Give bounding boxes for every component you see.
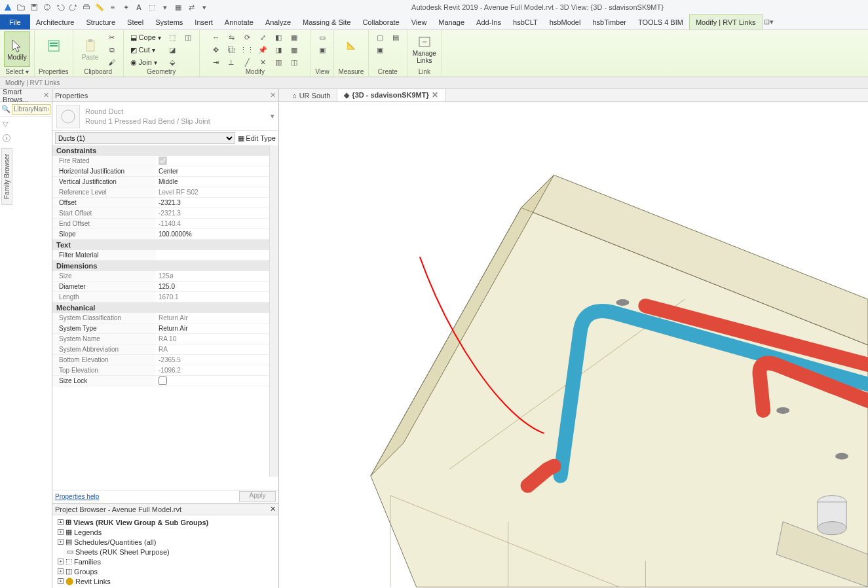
menu-tools4bim[interactable]: TOOLS 4 BIM xyxy=(632,14,689,29)
library-search-input[interactable] xyxy=(12,104,50,115)
menu-hsbtimber[interactable]: hsbTimber xyxy=(586,14,632,29)
cut-geom-button[interactable]: ◩Cut ▾ xyxy=(128,44,164,56)
geom-tool6-icon[interactable] xyxy=(181,56,195,68)
family-browser-tab[interactable]: Family Browser xyxy=(1,148,12,205)
cat-dimensions[interactable]: Dimensions⬨ xyxy=(52,261,278,271)
menu-collaborate[interactable]: Collaborate xyxy=(356,14,405,29)
menu-addins[interactable]: Add-Ins xyxy=(470,14,507,29)
render-icon[interactable]: ✦ xyxy=(121,2,131,12)
geom-tool1-icon[interactable]: ⬚ xyxy=(165,31,179,43)
prop-val[interactable]: 100.0000% xyxy=(156,229,278,239)
scrollbar[interactable] xyxy=(269,145,278,477)
close-hidden-icon[interactable]: ▦ xyxy=(173,2,183,12)
section-icon[interactable]: ▾ xyxy=(160,2,170,12)
view-tool1-icon[interactable]: ▭ xyxy=(315,31,330,43)
menu-analyze[interactable]: Analyze xyxy=(259,14,297,29)
mod-tool-c-icon[interactable]: ▥ xyxy=(271,56,286,68)
move-icon[interactable]: ✥ xyxy=(208,44,223,56)
tree-schedules[interactable]: +▤Schedules/Quantities (all) xyxy=(55,537,276,547)
select-group-label[interactable]: Select ▾ xyxy=(5,68,29,77)
measure-button[interactable]: 📐 xyxy=(338,31,364,67)
prop-val[interactable] xyxy=(156,250,278,260)
pin-icon[interactable]: 📌 xyxy=(255,44,270,56)
menu-overflow-icon[interactable]: ⊡▾ xyxy=(763,14,776,29)
split-icon[interactable]: ╱ xyxy=(240,56,254,68)
properties-header[interactable]: Properties ✕ xyxy=(52,89,278,102)
close-icon[interactable]: ✕ xyxy=(43,91,49,100)
mod-tool-f-icon[interactable]: ◫ xyxy=(287,56,301,68)
prop-val[interactable]: Middle xyxy=(156,177,278,187)
undo-icon[interactable] xyxy=(55,2,66,12)
modify-tool-button[interactable]: Modify xyxy=(4,31,30,67)
search-icon[interactable]: 🔍 xyxy=(1,105,10,113)
tree-groups[interactable]: +◫Groups xyxy=(55,566,276,576)
edit-type-button[interactable]: ▦Edit Type xyxy=(238,134,276,143)
3d-canvas[interactable] xyxy=(279,102,868,588)
geom-tool5-icon[interactable] xyxy=(181,44,195,56)
menu-hsbmodel[interactable]: hsbModel xyxy=(544,14,587,29)
menu-annotate[interactable]: Annotate xyxy=(219,14,259,29)
dropdown-icon[interactable]: ▾ xyxy=(199,2,210,12)
create-tool2-icon[interactable]: ▣ xyxy=(373,44,387,56)
geom-tool4-icon[interactable]: ◫ xyxy=(181,31,195,43)
manage-links-button[interactable]: Manage Links xyxy=(411,31,438,67)
switch-icon[interactable]: ⇄ xyxy=(186,2,197,12)
menu-view[interactable]: View xyxy=(406,14,433,29)
geom-tool2-icon[interactable]: ◪ xyxy=(165,44,179,56)
tree-views[interactable]: +⊞Views (RUK View Group & Sub Groups) xyxy=(55,517,276,527)
cat-constraints[interactable]: Constraints⬨ xyxy=(52,145,278,156)
project-browser-header[interactable]: Project Browser - Avenue Full Model.rvt … xyxy=(52,504,278,515)
properties-help-link[interactable]: Properties help xyxy=(55,493,99,500)
file-tab[interactable]: File xyxy=(0,14,30,29)
match-small-icon[interactable]: 🖌 xyxy=(105,56,119,68)
close-icon[interactable]: ✕ xyxy=(270,91,276,100)
offset2-icon[interactable]: ⇥ xyxy=(208,56,223,68)
menu-steel[interactable]: Steel xyxy=(121,14,149,29)
measure-icon[interactable]: 📏 xyxy=(94,2,105,12)
menu-systems[interactable]: Systems xyxy=(149,14,189,29)
apply-button[interactable]: Apply xyxy=(239,491,276,502)
thin-lines-icon[interactable]: ≡ xyxy=(107,2,118,12)
delete-icon[interactable]: ✕ xyxy=(255,56,270,68)
copy2-icon[interactable]: ⿻ xyxy=(224,44,238,56)
mod-tool-e-icon[interactable]: ▩ xyxy=(287,44,301,56)
sync-icon[interactable] xyxy=(42,2,52,12)
type-dropdown-icon[interactable]: ▾ xyxy=(271,112,274,120)
instance-selector[interactable]: Ducts (1) xyxy=(55,132,235,144)
tree-families[interactable]: +⬚Families xyxy=(55,557,276,566)
redo-icon[interactable] xyxy=(68,2,79,12)
save-icon[interactable] xyxy=(29,2,39,12)
cut-small-icon[interactable]: ✂ xyxy=(105,31,119,43)
prop-val[interactable]: 125.0 xyxy=(156,282,278,291)
menu-insert[interactable]: Insert xyxy=(189,14,219,29)
cat-text[interactable]: Text⬨ xyxy=(52,240,278,250)
open-icon[interactable] xyxy=(16,2,26,12)
tree-revitlinks[interactable]: +⬤Revit Links xyxy=(55,576,276,586)
create-tool1-icon[interactable]: ▢ xyxy=(373,31,387,43)
rotate-icon[interactable]: ⟳ xyxy=(240,31,254,43)
print-icon[interactable] xyxy=(81,2,92,12)
create-tool3-icon[interactable]: ▤ xyxy=(388,31,403,43)
view-tab-ursouth[interactable]: ⌂UR South xyxy=(286,89,337,101)
align-icon[interactable]: ↔ xyxy=(208,31,223,43)
prop-val-checkbox[interactable] xyxy=(156,156,278,166)
smart-browser-header[interactable]: Smart Brows... ✕ xyxy=(0,89,52,102)
view-tool2-icon[interactable]: ▣ xyxy=(315,44,330,56)
view-tab-3d[interactable]: ◈{3D - sdavisonSK9MT}✕ xyxy=(337,89,445,101)
text-icon[interactable]: A xyxy=(134,2,144,12)
menu-hsbclt[interactable]: hsbCLT xyxy=(507,14,544,29)
cope-button[interactable]: ⬓Cope ▾ xyxy=(128,31,164,43)
cat-mechanical[interactable]: Mechanical⬨ xyxy=(52,303,278,313)
join-button[interactable]: ◉Join ▾ xyxy=(128,56,164,68)
mod-tool-b-icon[interactable]: ◨ xyxy=(271,44,286,56)
mirror-icon[interactable]: ⇋ xyxy=(224,31,238,43)
create-tool4-icon[interactable] xyxy=(388,44,403,56)
menu-massing[interactable]: Massing & Site xyxy=(297,14,356,29)
prop-val[interactable]: -2321.3 xyxy=(156,198,278,208)
menu-structure[interactable]: Structure xyxy=(80,14,121,29)
expand-icon[interactable]: › xyxy=(3,134,10,142)
array-icon[interactable]: ⋮⋮ xyxy=(240,44,254,56)
menu-modify-rvtlinks[interactable]: Modify | RVT Links xyxy=(689,14,763,29)
close-icon[interactable]: ✕ xyxy=(270,505,276,513)
trim-icon[interactable]: ⊥ xyxy=(224,56,238,68)
